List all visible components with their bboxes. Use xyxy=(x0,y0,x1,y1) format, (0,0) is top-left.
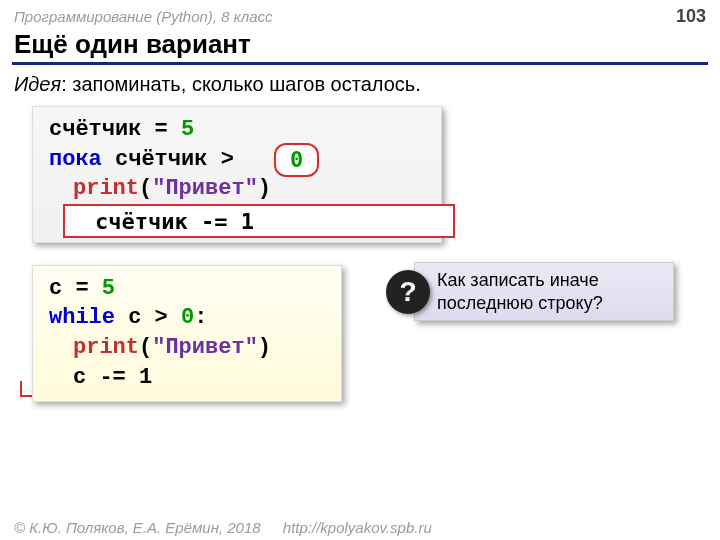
code-python: c = 5 while c > 0: print("Привет") c -= … xyxy=(32,265,342,402)
question-line2: последнюю строку? xyxy=(437,292,659,315)
footer-url[interactable]: http://kpolyakov.spb.ru xyxy=(283,519,432,536)
idea-text: : запоминать, сколько шагов осталось. xyxy=(61,73,421,95)
slide-title: Ещё один вариант xyxy=(0,29,720,62)
question-line1: Как записать иначе xyxy=(437,269,659,292)
code-line: счётчик = 5 xyxy=(49,115,425,145)
question-box: Как записать иначе последнюю строку? xyxy=(414,262,674,321)
code-line: while c > 0: xyxy=(49,303,325,333)
idea-label: Идея xyxy=(14,73,61,95)
idea-line: Идея: запоминать, сколько шагов осталось… xyxy=(0,65,720,106)
code-pseudo: счётчик = 5 пока счётчик > print("Привет… xyxy=(32,106,442,243)
question-callout: ? Как записать иначе последнюю строку? xyxy=(386,262,674,321)
copyright: © К.Ю. Поляков, Е.А. Ерёмин, 2018 xyxy=(14,519,261,536)
course-label: Программирование (Python), 8 класс xyxy=(14,8,273,25)
code-line: print("Привет") xyxy=(49,174,425,204)
code-line: c = 5 xyxy=(49,274,325,304)
code-line: пока счётчик > xyxy=(49,145,425,175)
question-mark-icon: ? xyxy=(386,270,430,314)
header-bar: Программирование (Python), 8 класс 103 xyxy=(0,0,720,29)
code-line: c -= 1 xyxy=(49,363,325,393)
code-line: print("Привет") xyxy=(49,333,325,363)
decrement-callout: счётчик -= 1 xyxy=(63,204,455,238)
zero-callout: 0 xyxy=(274,143,319,177)
footer: © К.Ю. Поляков, Е.А. Ерёмин, 2018 http:/… xyxy=(14,519,432,536)
page-number: 103 xyxy=(676,6,706,27)
